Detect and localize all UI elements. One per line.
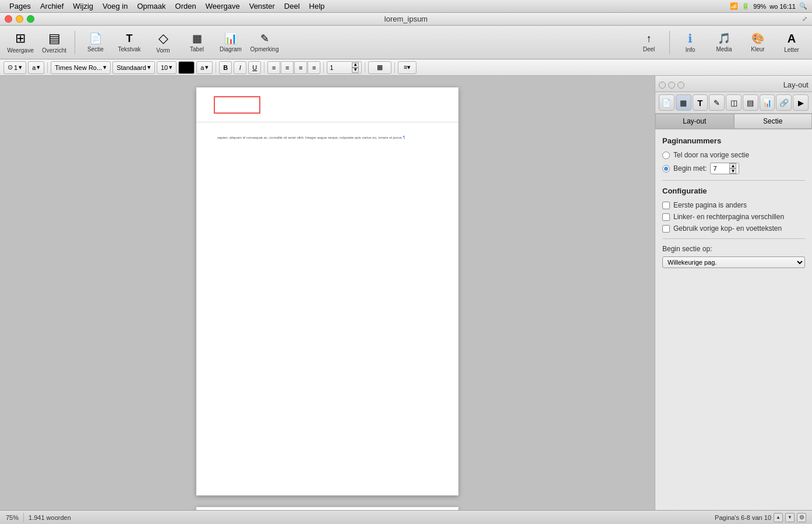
font-size-select[interactable]: 10 ▾ bbox=[157, 61, 176, 74]
page-navigation: Pagina's 6-8 van 10 ▲ ▼ ⚙ bbox=[715, 513, 806, 522]
expand-icon[interactable]: ⤢ bbox=[802, 15, 807, 23]
menu-venster[interactable]: Venster bbox=[245, 0, 280, 13]
underline-button[interactable]: U bbox=[248, 61, 261, 74]
tabel-button[interactable]: ▦ Tabel bbox=[181, 28, 213, 57]
insp-metrics-icon[interactable]: ◫ bbox=[726, 94, 742, 111]
menu-archief[interactable]: Archief bbox=[36, 0, 68, 13]
tab-layout[interactable]: Lay-out bbox=[655, 114, 734, 129]
inspector-body: Paginanummers Tel door na vorige sectie … bbox=[655, 129, 812, 510]
checkbox-linker-row: Linker- en rechterpagina verschillen bbox=[662, 213, 805, 221]
prev-page-button[interactable]: ▲ bbox=[774, 513, 783, 522]
begin-sectie-label: Begin sectie op: bbox=[662, 245, 712, 253]
menu-voeg-in[interactable]: Voeg in bbox=[98, 0, 132, 13]
sectie-icon: 📄 bbox=[89, 32, 102, 45]
line-height-down[interactable]: ▼ bbox=[352, 68, 359, 73]
sectie-button[interactable]: 📄 Sectie bbox=[80, 28, 111, 57]
begin-value-up[interactable]: ▲ bbox=[729, 163, 736, 168]
menu-help[interactable]: Help bbox=[305, 0, 330, 13]
deel-button[interactable]: ↑ Deel bbox=[633, 28, 665, 57]
zoom-value: 75% bbox=[6, 514, 19, 521]
insp-table-icon[interactable]: ▤ bbox=[743, 94, 758, 111]
next-page-button[interactable]: ▼ bbox=[785, 513, 795, 522]
menu-deel[interactable]: Deel bbox=[280, 0, 305, 13]
overzicht-label: Overzicht bbox=[42, 47, 66, 54]
italic-button[interactable]: I bbox=[234, 61, 246, 74]
begin-value-down[interactable]: ▼ bbox=[729, 168, 736, 174]
font-style-label: Standaard bbox=[116, 64, 146, 71]
opmerking-button[interactable]: ✎ Opmerking bbox=[249, 28, 280, 57]
menubar: Pages Archief Wijzig Voeg in Opmaak Orde… bbox=[0, 0, 812, 13]
begin-sectie-select[interactable]: Willekeurige pag. bbox=[662, 256, 805, 268]
insp-layout-icon[interactable]: ▦ bbox=[676, 94, 691, 111]
insp-link-icon[interactable]: 🔗 bbox=[776, 94, 792, 111]
align-right-button[interactable]: ≡ bbox=[294, 61, 307, 74]
text-color-button[interactable] bbox=[178, 61, 195, 74]
radio-continue[interactable] bbox=[662, 152, 670, 159]
weergave-button[interactable]: ⊞ Weergave bbox=[5, 28, 36, 57]
insp-doc-icon[interactable]: 📄 bbox=[659, 94, 675, 111]
tabel-icon: ▦ bbox=[192, 32, 202, 45]
bold-button[interactable]: B bbox=[219, 61, 232, 74]
checkbox-gebruik-label: Gebruik vorige kop- en voetteksten bbox=[673, 224, 782, 233]
align-justify-button[interactable]: ≡ bbox=[308, 61, 320, 74]
char-style-button[interactable]: a ▾ bbox=[196, 61, 213, 74]
style-picker-2[interactable]: a ▾ bbox=[28, 61, 44, 74]
spotlight-icon[interactable]: 🔍 bbox=[799, 2, 807, 10]
kleur-button[interactable]: 🎨 Kleur bbox=[742, 28, 774, 57]
traffic-light-1 bbox=[659, 82, 666, 89]
info-icon: ℹ bbox=[688, 31, 693, 45]
main-area: sapien, aliquam id consequat ac, convall… bbox=[0, 76, 812, 510]
checkbox-gebruik[interactable] bbox=[662, 225, 670, 233]
overzicht-button[interactable]: ▤ Overzicht bbox=[38, 28, 70, 57]
format-separator bbox=[47, 62, 48, 73]
info-button[interactable]: ℹ Info bbox=[675, 28, 706, 57]
inspector-topbar: Lay-out bbox=[655, 76, 812, 92]
format-separator6 bbox=[394, 62, 395, 73]
toolbar-separator bbox=[75, 31, 75, 54]
insp-graphics-icon[interactable]: ✎ bbox=[709, 94, 725, 111]
tekstvak-button[interactable]: T Tekstvak bbox=[114, 28, 145, 57]
checkbox-eerste[interactable] bbox=[662, 202, 670, 209]
vorm-button[interactable]: ◇ Vorm bbox=[147, 28, 179, 57]
list-button[interactable]: ≡▾ bbox=[398, 61, 416, 74]
time-display: wo 16:11 bbox=[769, 3, 796, 10]
document-area[interactable]: sapien, aliquam id consequat ac, convall… bbox=[0, 76, 655, 510]
page-info: Pagina's 6-8 van 10 bbox=[715, 514, 771, 521]
close-button[interactable] bbox=[5, 15, 12, 23]
style-picker-1[interactable]: ⊙ 1 ▾ bbox=[3, 61, 26, 74]
font-style-select[interactable]: Standaard ▾ bbox=[112, 61, 155, 74]
align-left-button[interactable]: ≡ bbox=[267, 61, 280, 74]
checkbox-linker[interactable] bbox=[662, 213, 670, 221]
menu-pages[interactable]: Pages bbox=[5, 0, 36, 13]
menu-weergave[interactable]: Weergave bbox=[201, 0, 245, 13]
radio-begin[interactable] bbox=[662, 165, 670, 173]
menu-wijzig[interactable]: Wijzig bbox=[68, 0, 98, 13]
insp-text-icon[interactable]: T bbox=[693, 94, 708, 111]
header-placeholder-box[interactable] bbox=[214, 96, 260, 114]
deel-icon: ↑ bbox=[647, 33, 652, 45]
toolbar: ⊞ Weergave ▤ Overzicht 📄 Sectie T Tekstv… bbox=[0, 26, 812, 59]
begin-value-field[interactable]: 7 ▲ ▼ bbox=[710, 163, 739, 174]
char-style-label: a bbox=[200, 64, 204, 71]
main-page-content[interactable]: Hoofdstuk 1 ¶ Lorem ipsum dolor sit amet… bbox=[196, 507, 458, 510]
settings-button[interactable]: ⚙ bbox=[797, 513, 806, 522]
main-page: Hoofdstuk 1 ¶ Lorem ipsum dolor sit amet… bbox=[196, 507, 458, 510]
insp-divider-1 bbox=[662, 180, 805, 181]
media-button[interactable]: 🎵 Media bbox=[708, 28, 740, 57]
menu-opmaak[interactable]: Opmaak bbox=[132, 0, 170, 13]
overzicht-icon: ▤ bbox=[48, 31, 61, 46]
diagram-button[interactable]: 📊 Diagram bbox=[215, 28, 246, 57]
align-center-button[interactable]: ≡ bbox=[281, 61, 294, 74]
columns-button[interactable]: ▦ bbox=[368, 61, 391, 74]
menu-orden[interactable]: Orden bbox=[171, 0, 201, 13]
tab-sectie[interactable]: Sectie bbox=[734, 114, 813, 129]
page-header bbox=[196, 87, 458, 122]
battery-pct: 99% bbox=[753, 3, 766, 10]
maximize-button[interactable] bbox=[27, 15, 34, 23]
insp-quicktime-icon[interactable]: ▶ bbox=[793, 94, 809, 111]
font-name-select[interactable]: Times New Ro... ▾ bbox=[51, 61, 111, 74]
letter-button[interactable]: A Letter bbox=[776, 28, 807, 57]
insp-chart-icon[interactable]: 📊 bbox=[760, 94, 775, 111]
minimize-button[interactable] bbox=[16, 15, 23, 23]
toolbar-separator2 bbox=[669, 31, 670, 54]
